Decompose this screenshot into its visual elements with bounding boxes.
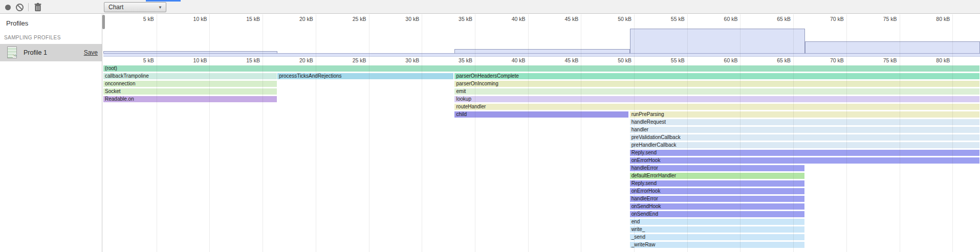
overview-ruler-tick: 45 kB bbox=[564, 16, 578, 22]
flame-bar-onerrorhook[interactable]: onErrorHook bbox=[630, 188, 804, 194]
flame-ruler-tick: 35 kB bbox=[459, 57, 472, 63]
flame-ruler-tick: 50 kB bbox=[618, 57, 631, 63]
overview-ruler-tick: 80 kB bbox=[936, 16, 950, 22]
profiler-window: Chart ▼ Profiles SAMPLING PROFILES % Pro… bbox=[0, 0, 980, 252]
flame-bar-onsendend[interactable]: onSendEnd bbox=[630, 211, 804, 217]
flame-bar-handlerequest[interactable]: handleRequest bbox=[630, 119, 979, 125]
overview-ruler-tick: 40 kB bbox=[512, 16, 526, 22]
flame-bar-processticksandrejections[interactable]: processTicksAndRejections bbox=[277, 73, 453, 79]
flame-bar-lookup[interactable]: lookup bbox=[454, 96, 979, 102]
sampling-profiles-section-label: SAMPLING PROFILES bbox=[4, 35, 61, 40]
flame-bar-routehandler[interactable]: routeHandler bbox=[454, 104, 979, 110]
flame-bar-child[interactable]: child bbox=[454, 111, 628, 118]
overview-ruler-tick: 15 kB bbox=[246, 16, 260, 22]
overview-ruler-tick: 10 kB bbox=[193, 16, 207, 22]
flame-bar-prevalidationcallback[interactable]: preValidationCallback bbox=[630, 134, 979, 141]
overview-ruler-tick: 50 kB bbox=[618, 16, 631, 22]
flame-bar-writeraw[interactable]: _writeRaw bbox=[630, 242, 804, 248]
flame-bar-end[interactable]: end bbox=[630, 219, 804, 225]
flame-bar-emit[interactable]: emit bbox=[454, 88, 979, 95]
flame-bar-callbacktrampoline[interactable]: callbackTrampoline bbox=[103, 73, 277, 79]
flame-bar-handleerror[interactable]: handleError bbox=[630, 165, 804, 171]
flame-bar-defaulterrorhandler[interactable]: defaultErrorHandler bbox=[630, 173, 804, 179]
flame-ruler-tick: 5 kB bbox=[143, 57, 154, 63]
flame-bar-reply-send[interactable]: Reply.send bbox=[630, 180, 804, 187]
flame-bar-prehandlercallback[interactable]: preHandlerCallback bbox=[630, 142, 979, 148]
profile-name: Profile 1 bbox=[24, 49, 47, 56]
flame-bar-send[interactable]: _send bbox=[630, 234, 804, 240]
flame-graph: (root)callbackTrampolineprocessTicksAndR… bbox=[102, 14, 980, 252]
flame-bar-onsendhook[interactable]: onSendHook bbox=[630, 203, 804, 210]
flame-ruler-tick: 20 kB bbox=[299, 57, 313, 63]
flame-bar-socket[interactable]: Socket bbox=[103, 88, 277, 95]
overview-ruler-tick: 60 kB bbox=[724, 16, 738, 22]
profiles-sidebar: Profiles SAMPLING PROFILES % Profile 1 S… bbox=[0, 14, 102, 252]
flame-ruler-tick: 10 kB bbox=[193, 57, 207, 63]
view-mode-value: Chart bbox=[108, 4, 123, 11]
overview-ruler-tick: 20 kB bbox=[299, 16, 313, 22]
overview-ruler-tick: 30 kB bbox=[405, 16, 419, 22]
flame-bar-parseronheaderscomplete[interactable]: parserOnHeadersComplete bbox=[454, 73, 979, 79]
overview-ruler-tick: 25 kB bbox=[353, 16, 366, 22]
profile-document-icon: % bbox=[7, 47, 17, 58]
flame-ruler-tick: 55 kB bbox=[671, 57, 685, 63]
overview-ruler-tick: 5 kB bbox=[143, 16, 154, 22]
save-profile-link[interactable]: Save bbox=[84, 49, 98, 56]
flame-ruler-tick: 65 kB bbox=[777, 57, 791, 63]
flame-ruler-tick: 15 kB bbox=[246, 57, 260, 63]
flame-bar-reply-send[interactable]: Reply.send bbox=[630, 150, 979, 156]
overview-ruler-tick: 35 kB bbox=[459, 16, 472, 22]
flame-ruler-tick: 70 kB bbox=[830, 57, 844, 63]
chevron-down-icon: ▼ bbox=[158, 3, 162, 12]
flame-bar-onerrorhook[interactable]: onErrorHook bbox=[630, 157, 979, 164]
toolbar-divider bbox=[28, 3, 29, 11]
toolbar: Chart ▼ bbox=[0, 0, 980, 14]
flame-ruler-tick: 40 kB bbox=[512, 57, 526, 63]
overview-ruler-tick: 75 kB bbox=[883, 16, 897, 22]
flame-ruler-tick: 60 kB bbox=[724, 57, 738, 63]
sidebar-title: Profiles bbox=[6, 19, 28, 27]
overview-ruler-tick: 55 kB bbox=[671, 16, 685, 22]
overview-ruler-tick: 70 kB bbox=[830, 16, 844, 22]
flame-ruler-tick: 75 kB bbox=[883, 57, 897, 63]
flame-bar-root[interactable]: (root) bbox=[103, 65, 979, 72]
sidebar-item-profile-1[interactable]: % Profile 1 Save bbox=[0, 44, 102, 61]
record-icon[interactable] bbox=[5, 5, 11, 10]
flame-ruler-tick: 80 kB bbox=[936, 57, 950, 63]
flame-chart-pane: (root)callbackTrampolineprocessTicksAndR… bbox=[102, 14, 980, 252]
flame-ruler-tick: 45 kB bbox=[564, 57, 578, 63]
flame-bar-write[interactable]: write_ bbox=[630, 226, 804, 233]
flame-bar-readable-on[interactable]: Readable.on bbox=[103, 96, 277, 102]
trash-icon[interactable] bbox=[34, 3, 42, 12]
overview-ruler-tick: 65 kB bbox=[777, 16, 791, 22]
flame-bar-runpreparsing[interactable]: runPreParsing bbox=[630, 111, 979, 118]
flame-ruler-tick: 25 kB bbox=[353, 57, 366, 63]
clear-profiles-icon[interactable] bbox=[16, 4, 24, 11]
flame-bar-handler[interactable]: handler bbox=[630, 127, 979, 133]
view-mode-select[interactable]: Chart ▼ bbox=[104, 2, 166, 12]
flame-bar-handleerror[interactable]: handleError bbox=[630, 196, 804, 202]
flame-bar-onconnection[interactable]: onconnection bbox=[103, 81, 277, 87]
flame-bar-parseronincoming[interactable]: parserOnIncoming bbox=[454, 81, 979, 87]
flame-ruler-tick: 30 kB bbox=[405, 57, 419, 63]
active-panel-indicator bbox=[146, 0, 181, 2]
